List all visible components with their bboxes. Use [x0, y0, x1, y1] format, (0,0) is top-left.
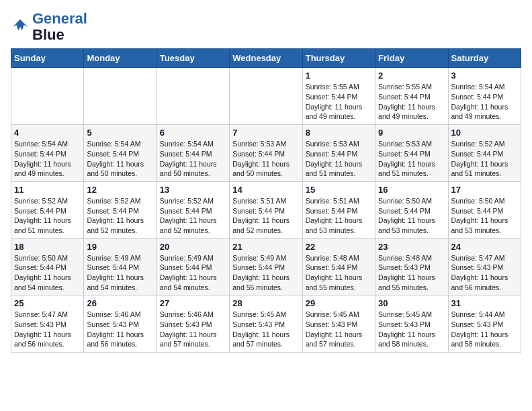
calendar-week-4: 18Sunrise: 5:50 AM Sunset: 5:44 PM Dayli…	[11, 238, 521, 295]
day-info: Sunrise: 5:44 AM Sunset: 5:43 PM Dayligh…	[451, 310, 518, 349]
day-info: Sunrise: 5:48 AM Sunset: 5:43 PM Dayligh…	[378, 253, 445, 293]
calendar-cell: 15Sunrise: 5:51 AM Sunset: 5:44 PM Dayli…	[302, 181, 375, 238]
weekday-header-row: SundayMondayTuesdayWednesdayThursdayFrid…	[11, 49, 521, 68]
calendar-week-1: 1Sunrise: 5:55 AM Sunset: 5:44 PM Daylig…	[11, 68, 521, 125]
calendar-cell: 27Sunrise: 5:46 AM Sunset: 5:43 PM Dayli…	[157, 295, 229, 353]
weekday-header-wednesday: Wednesday	[230, 49, 302, 68]
day-number: 5	[87, 128, 153, 138]
day-number: 13	[160, 185, 226, 195]
calendar-cell: 25Sunrise: 5:47 AM Sunset: 5:43 PM Dayli…	[11, 295, 84, 353]
day-number: 30	[378, 298, 445, 308]
day-info: Sunrise: 5:54 AM Sunset: 5:44 PM Dayligh…	[451, 82, 518, 122]
day-info: Sunrise: 5:51 AM Sunset: 5:44 PM Dayligh…	[306, 196, 372, 236]
calendar-cell: 31Sunrise: 5:44 AM Sunset: 5:43 PM Dayli…	[448, 295, 521, 353]
day-number: 26	[87, 298, 153, 308]
day-info: Sunrise: 5:46 AM Sunset: 5:43 PM Dayligh…	[160, 310, 226, 349]
day-info: Sunrise: 5:53 AM Sunset: 5:44 PM Dayligh…	[306, 139, 372, 179]
calendar-cell: 2Sunrise: 5:55 AM Sunset: 5:44 PM Daylig…	[375, 68, 448, 125]
calendar-cell: 13Sunrise: 5:52 AM Sunset: 5:44 PM Dayli…	[157, 181, 229, 238]
calendar-cell: 9Sunrise: 5:53 AM Sunset: 5:44 PM Daylig…	[375, 125, 448, 182]
day-info: Sunrise: 5:45 AM Sunset: 5:43 PM Dayligh…	[306, 310, 372, 349]
day-number: 12	[87, 185, 153, 195]
day-number: 22	[306, 242, 372, 252]
day-info: Sunrise: 5:53 AM Sunset: 5:44 PM Dayligh…	[378, 139, 445, 179]
day-info: Sunrise: 5:52 AM Sunset: 5:44 PM Dayligh…	[451, 139, 518, 179]
day-number: 4	[14, 128, 81, 138]
calendar-cell: 16Sunrise: 5:50 AM Sunset: 5:44 PM Dayli…	[375, 181, 448, 238]
day-number: 11	[14, 185, 81, 195]
day-number: 28	[232, 298, 299, 308]
day-info: Sunrise: 5:48 AM Sunset: 5:44 PM Dayligh…	[306, 253, 372, 293]
calendar-cell: 14Sunrise: 5:51 AM Sunset: 5:44 PM Dayli…	[230, 181, 302, 238]
calendar-cell: 3Sunrise: 5:54 AM Sunset: 5:44 PM Daylig…	[448, 68, 521, 125]
day-number: 25	[14, 298, 81, 308]
logo-icon	[11, 17, 30, 36]
day-info: Sunrise: 5:54 AM Sunset: 5:44 PM Dayligh…	[87, 139, 153, 179]
day-info: Sunrise: 5:49 AM Sunset: 5:44 PM Dayligh…	[232, 253, 299, 293]
day-number: 6	[160, 128, 226, 138]
day-info: Sunrise: 5:47 AM Sunset: 5:43 PM Dayligh…	[451, 253, 518, 293]
day-number: 27	[160, 298, 226, 308]
calendar-cell: 17Sunrise: 5:50 AM Sunset: 5:44 PM Dayli…	[448, 181, 521, 238]
calendar-cell: 5Sunrise: 5:54 AM Sunset: 5:44 PM Daylig…	[84, 125, 157, 182]
day-info: Sunrise: 5:53 AM Sunset: 5:44 PM Dayligh…	[232, 139, 299, 179]
calendar-cell: 12Sunrise: 5:52 AM Sunset: 5:44 PM Dayli…	[84, 181, 157, 238]
calendar-cell: 20Sunrise: 5:49 AM Sunset: 5:44 PM Dayli…	[157, 238, 229, 295]
calendar-cell: 29Sunrise: 5:45 AM Sunset: 5:43 PM Dayli…	[302, 295, 375, 353]
day-info: Sunrise: 5:52 AM Sunset: 5:44 PM Dayligh…	[14, 196, 81, 236]
day-info: Sunrise: 5:55 AM Sunset: 5:44 PM Dayligh…	[378, 82, 445, 122]
calendar-cell: 1Sunrise: 5:55 AM Sunset: 5:44 PM Daylig…	[302, 68, 375, 125]
day-number: 10	[451, 128, 518, 138]
day-info: Sunrise: 5:45 AM Sunset: 5:43 PM Dayligh…	[378, 310, 445, 349]
weekday-header-sunday: Sunday	[11, 49, 84, 68]
day-info: Sunrise: 5:46 AM Sunset: 5:43 PM Dayligh…	[87, 310, 153, 349]
day-info: Sunrise: 5:54 AM Sunset: 5:44 PM Dayligh…	[160, 139, 226, 179]
calendar-cell: 23Sunrise: 5:48 AM Sunset: 5:43 PM Dayli…	[375, 238, 448, 295]
calendar-cell: 10Sunrise: 5:52 AM Sunset: 5:44 PM Dayli…	[448, 125, 521, 182]
calendar-cell	[84, 68, 157, 125]
day-info: Sunrise: 5:49 AM Sunset: 5:44 PM Dayligh…	[160, 253, 226, 293]
day-number: 18	[14, 242, 81, 252]
calendar-cell: 30Sunrise: 5:45 AM Sunset: 5:43 PM Dayli…	[375, 295, 448, 353]
page-header: GeneralBlue	[11, 11, 521, 43]
day-info: Sunrise: 5:51 AM Sunset: 5:44 PM Dayligh…	[232, 196, 299, 236]
calendar-cell: 22Sunrise: 5:48 AM Sunset: 5:44 PM Dayli…	[302, 238, 375, 295]
calendar-cell: 26Sunrise: 5:46 AM Sunset: 5:43 PM Dayli…	[84, 295, 157, 353]
calendar-cell	[157, 68, 229, 125]
weekday-header-saturday: Saturday	[448, 49, 521, 68]
day-number: 19	[87, 242, 153, 252]
calendar-cell: 18Sunrise: 5:50 AM Sunset: 5:44 PM Dayli…	[11, 238, 84, 295]
day-info: Sunrise: 5:45 AM Sunset: 5:43 PM Dayligh…	[232, 310, 299, 349]
calendar-cell	[230, 68, 302, 125]
day-number: 9	[378, 128, 445, 138]
day-number: 16	[378, 185, 445, 195]
day-number: 20	[160, 242, 226, 252]
day-number: 21	[232, 242, 299, 252]
day-number: 14	[232, 185, 299, 195]
calendar-cell: 19Sunrise: 5:49 AM Sunset: 5:44 PM Dayli…	[84, 238, 157, 295]
weekday-header-monday: Monday	[84, 49, 157, 68]
day-number: 7	[232, 128, 299, 138]
calendar-cell: 28Sunrise: 5:45 AM Sunset: 5:43 PM Dayli…	[230, 295, 302, 353]
day-number: 29	[306, 298, 372, 308]
calendar-cell	[11, 68, 84, 125]
day-number: 8	[306, 128, 372, 138]
day-info: Sunrise: 5:52 AM Sunset: 5:44 PM Dayligh…	[87, 196, 153, 236]
day-info: Sunrise: 5:50 AM Sunset: 5:44 PM Dayligh…	[14, 253, 81, 293]
day-info: Sunrise: 5:50 AM Sunset: 5:44 PM Dayligh…	[378, 196, 445, 236]
calendar-cell: 11Sunrise: 5:52 AM Sunset: 5:44 PM Dayli…	[11, 181, 84, 238]
day-number: 15	[306, 185, 372, 195]
calendar-week-2: 4Sunrise: 5:54 AM Sunset: 5:44 PM Daylig…	[11, 125, 521, 182]
weekday-header-thursday: Thursday	[302, 49, 375, 68]
calendar-week-5: 25Sunrise: 5:47 AM Sunset: 5:43 PM Dayli…	[11, 295, 521, 353]
calendar-table: SundayMondayTuesdayWednesdayThursdayFrid…	[11, 48, 521, 353]
logo-text: GeneralBlue	[32, 11, 87, 43]
svg-marker-0	[13, 19, 28, 31]
weekday-header-friday: Friday	[375, 49, 448, 68]
calendar-cell: 21Sunrise: 5:49 AM Sunset: 5:44 PM Dayli…	[230, 238, 302, 295]
day-number: 24	[451, 242, 518, 252]
day-info: Sunrise: 5:49 AM Sunset: 5:44 PM Dayligh…	[87, 253, 153, 293]
day-number: 17	[451, 185, 518, 195]
day-number: 3	[451, 71, 518, 81]
logo: GeneralBlue	[11, 11, 87, 43]
